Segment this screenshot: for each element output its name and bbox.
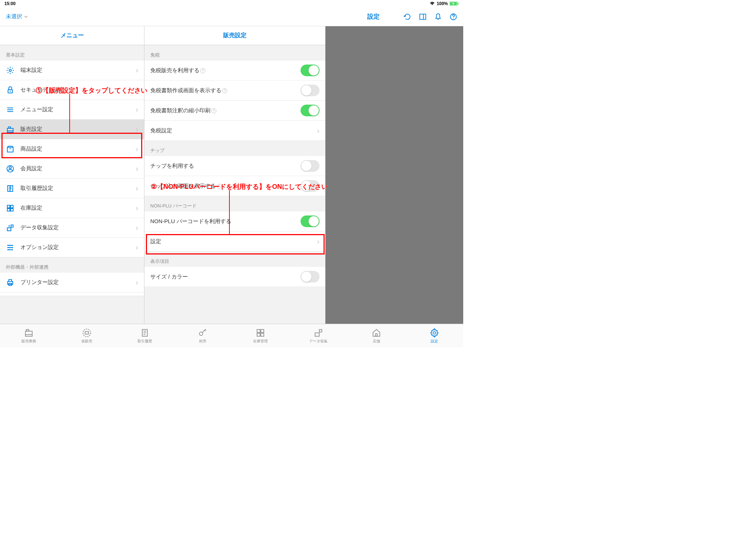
help-icon[interactable]: ? — [211, 108, 216, 113]
gear-icon — [429, 328, 440, 338]
menu-icon — [6, 105, 15, 114]
help-icon[interactable]: ? — [222, 88, 227, 93]
annotation-2: ②【NON-PLUバーコードを利用する】をONにしてください — [151, 182, 328, 191]
row-tax-settings[interactable]: 免税設定› — [144, 121, 325, 141]
svg-rect-54 — [315, 333, 320, 336]
user-icon — [6, 164, 15, 173]
status-right: 100% — [429, 1, 459, 6]
battery-icon — [449, 1, 459, 6]
layout-icon[interactable] — [419, 13, 427, 21]
svg-rect-3 — [420, 14, 426, 19]
toggle-tax-print[interactable] — [301, 105, 320, 116]
toggle-size-color[interactable] — [301, 271, 320, 283]
sidebar: メニュー 基本設定 端末設定› セキュリティ設定› メニュー設定› 販売設定› … — [0, 26, 144, 324]
svg-rect-38 — [9, 280, 12, 281]
menu-item-printer[interactable]: プリンター設定› — [0, 273, 144, 292]
tab-collect[interactable]: データ収集 — [290, 324, 348, 347]
tab-settlement[interactable]: 精算 — [174, 324, 232, 347]
tab-history[interactable]: 取引履歴 — [116, 324, 174, 347]
svg-rect-26 — [11, 205, 13, 208]
key-icon — [198, 328, 208, 338]
menu-item-menu[interactable]: メニュー設定› — [0, 100, 144, 120]
row-tax-use: 免税販売を利用する? — [144, 61, 325, 81]
main-panel[interactable]: 販売設定 免税 免税販売を利用する? 免税書類作成画面を表示する? 免税書類注釈… — [144, 26, 325, 324]
tab-settings[interactable]: 設定 — [405, 324, 463, 347]
chevron-right-icon: › — [136, 164, 138, 173]
tab-store[interactable]: 店舗 — [348, 324, 406, 347]
menu-item-history[interactable]: 取引履歴設定› — [0, 179, 144, 198]
toggle-tax-doc[interactable] — [301, 85, 320, 96]
chevron-right-icon: › — [136, 278, 138, 287]
help-icon[interactable] — [449, 13, 457, 21]
svg-rect-2 — [458, 3, 458, 5]
empty-panel — [325, 26, 463, 324]
menu-item-terminal[interactable]: 端末設定› — [0, 61, 144, 80]
svg-point-19 — [9, 167, 11, 169]
svg-rect-40 — [26, 331, 32, 336]
menu-item-stock[interactable]: 在庫設定› — [0, 198, 144, 218]
battery-percent: 100% — [437, 1, 448, 6]
main-header: 販売設定 — [144, 26, 325, 45]
svg-rect-25 — [7, 205, 10, 208]
lock-icon — [6, 86, 15, 94]
svg-rect-13 — [7, 128, 13, 132]
highlight-box-1 — [1, 133, 142, 158]
annotation-1: ①【販売設定】をタップしてください — [36, 86, 147, 95]
chevron-right-icon: › — [136, 223, 138, 232]
svg-rect-28 — [11, 209, 13, 211]
svg-rect-53 — [261, 333, 264, 336]
svg-rect-56 — [376, 334, 378, 336]
group-header-tip: チップ — [144, 141, 325, 156]
row-tip-use: チップを利用する — [144, 156, 325, 176]
chevron-right-icon: › — [136, 243, 138, 252]
row-size-color: サイズ / カラー — [144, 267, 325, 287]
annotation-line-2 — [229, 190, 230, 234]
menu-item-option[interactable]: オプション設定› — [0, 238, 144, 257]
toggle-nonplu-use[interactable] — [301, 215, 320, 227]
collect-icon — [313, 328, 324, 338]
status-time: 15:00 — [4, 1, 16, 6]
grid-icon — [6, 204, 15, 213]
nav-left-selector[interactable]: 未選択 — [6, 13, 28, 20]
svg-rect-41 — [26, 329, 29, 331]
gear-icon — [6, 66, 15, 75]
svg-point-43 — [83, 329, 91, 337]
group-header-nonplu: NON-PLU バーコード — [144, 196, 325, 211]
refresh-icon[interactable] — [403, 13, 411, 21]
chevron-right-icon: › — [136, 105, 138, 114]
register-icon — [6, 125, 15, 134]
menu-item-collect[interactable]: データ収集設定› — [0, 218, 144, 238]
svg-rect-50 — [257, 329, 260, 332]
wifi-icon — [429, 1, 435, 6]
toggle-tip-use[interactable] — [301, 160, 320, 172]
svg-rect-44 — [85, 331, 88, 334]
toggle-tax-use[interactable] — [301, 65, 320, 76]
svg-point-7 — [9, 69, 11, 71]
printer-icon — [6, 278, 15, 287]
nav-actions — [403, 13, 457, 21]
menu-item-member[interactable]: 会員設定› — [0, 159, 144, 179]
svg-rect-51 — [261, 329, 264, 332]
home-icon — [371, 328, 382, 338]
tab-provisional[interactable]: 仮販売 — [58, 324, 116, 347]
menu-item-partial[interactable] — [0, 292, 144, 296]
help-icon[interactable]: ? — [200, 68, 205, 73]
tab-bar: 販売業務 仮販売 取引履歴 精算 在庫管理 データ収集 店舗 設定 — [0, 324, 463, 347]
provisional-icon — [82, 328, 92, 338]
receipt-icon — [140, 328, 150, 338]
svg-point-57 — [433, 331, 436, 334]
svg-rect-55 — [319, 329, 322, 332]
bell-icon[interactable] — [434, 13, 442, 21]
svg-rect-14 — [8, 127, 11, 128]
row-nonplu-use: NON-PLU バーコードを利用する — [144, 211, 325, 232]
group-header-tax: 免税 — [144, 45, 325, 61]
svg-rect-29 — [7, 228, 11, 231]
grid-icon — [255, 328, 266, 338]
svg-point-6 — [453, 18, 454, 19]
tab-sales[interactable]: 販売業務 — [0, 324, 58, 347]
tab-inventory[interactable]: 在庫管理 — [232, 324, 290, 347]
highlight-box-2 — [146, 234, 325, 254]
svg-point-49 — [199, 332, 202, 335]
svg-rect-52 — [257, 333, 260, 336]
nav-bar: 未選択 設定 — [0, 7, 463, 26]
